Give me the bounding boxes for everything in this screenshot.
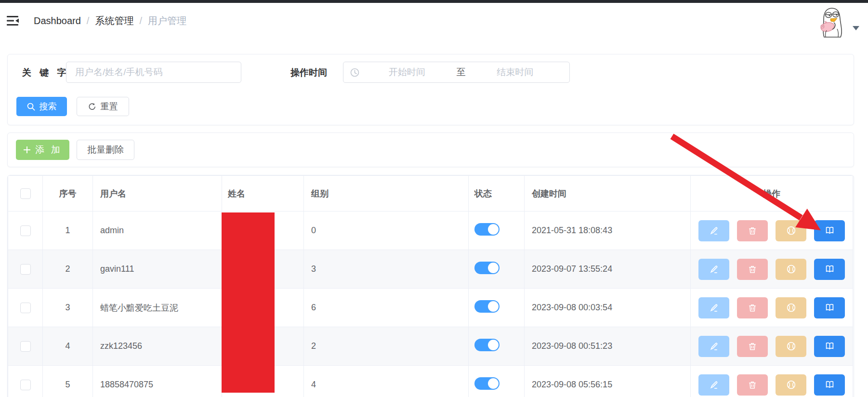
range-separator: 至 (455, 66, 468, 79)
trash-icon (748, 265, 757, 274)
row-checkbox[interactable] (20, 225, 31, 236)
trash-icon (748, 342, 757, 351)
open-book-icon (825, 226, 834, 235)
status-toggle[interactable] (474, 300, 500, 313)
batch-delete-button[interactable]: 批量删除 (77, 140, 134, 160)
ball-icon (787, 226, 796, 235)
cell-group: 2 (304, 327, 469, 366)
cell-created: 2023-09-07 13:55:24 (525, 250, 691, 289)
row-checkbox[interactable] (20, 264, 31, 275)
cell-group: 6 (304, 289, 469, 327)
edit-button[interactable] (698, 297, 729, 318)
table-row: 4 zzk123456 2 2023-09-08 00:51:23 (8, 327, 853, 366)
status-toggle[interactable] (474, 262, 500, 274)
delete-button[interactable] (737, 374, 768, 396)
edit-button[interactable] (698, 220, 729, 241)
cell-created: 2023-09-08 00:51:23 (525, 327, 691, 366)
table-toolbar: 添 加 批量删除 (7, 132, 854, 167)
detail-button[interactable] (814, 220, 845, 241)
table-header-row: 序号 用户名 姓名 组别 状态 创建时间 操作 (8, 176, 853, 212)
cell-username: gavin111 (93, 250, 222, 289)
keyword-label: 关 键 字 (22, 62, 69, 84)
open-book-icon (825, 303, 834, 312)
cell-index: 4 (43, 327, 93, 366)
status-toggle[interactable] (474, 377, 500, 390)
detail-button[interactable] (814, 336, 845, 357)
edit-button[interactable] (698, 259, 729, 280)
open-book-icon (825, 342, 834, 351)
open-book-icon (825, 380, 834, 389)
ball-button[interactable] (776, 374, 806, 396)
redaction-rectangle (222, 212, 275, 393)
detail-button[interactable] (814, 297, 845, 318)
row-checkbox[interactable] (20, 303, 31, 313)
start-time-placeholder[interactable]: 开始时间 (359, 66, 455, 79)
pencil-icon (710, 265, 718, 274)
table-row: 1 admin 0 2021-05-31 18:08:43 (8, 212, 853, 250)
row-checkbox[interactable] (20, 380, 31, 390)
status-toggle[interactable] (474, 339, 500, 351)
col-header-name: 姓名 (222, 176, 304, 212)
delete-button[interactable] (737, 297, 768, 318)
delete-button[interactable] (737, 259, 768, 280)
refresh-icon (88, 103, 96, 111)
col-header-index: 序号 (43, 176, 93, 212)
ball-button[interactable] (776, 220, 806, 241)
delete-button[interactable] (737, 336, 768, 357)
col-header-group: 组别 (304, 176, 469, 212)
ball-icon (787, 265, 796, 274)
date-range-picker[interactable]: 开始时间 至 结束时间 (343, 62, 570, 83)
row-checkbox[interactable] (20, 341, 31, 352)
cell-index: 3 (43, 289, 93, 327)
collapse-sidebar-icon[interactable] (7, 15, 19, 26)
breadcrumb-system-admin[interactable]: 系统管理 (95, 14, 133, 27)
cell-created: 2023-09-08 05:56:15 (525, 366, 691, 397)
keyword-input[interactable] (66, 62, 241, 83)
pencil-icon (710, 381, 718, 389)
edit-button[interactable] (698, 336, 729, 357)
search-icon (27, 103, 35, 111)
select-all-checkbox[interactable] (20, 188, 31, 199)
cell-group: 4 (304, 366, 469, 397)
breadcrumb-separator: / (139, 15, 142, 26)
ball-button[interactable] (776, 297, 806, 318)
detail-button[interactable] (814, 374, 845, 396)
table-row: 5 18858470875 4 2023-09-08 05:56:15 (8, 366, 853, 397)
ball-button[interactable] (776, 336, 806, 357)
breadcrumb-dashboard[interactable]: Dashboard (34, 15, 81, 26)
ball-button[interactable] (776, 259, 806, 280)
cell-username: admin (93, 212, 222, 250)
ball-icon (787, 380, 796, 389)
table-row: 2 gavin111 3 2023-09-07 13:55:24 (8, 250, 853, 289)
detail-button[interactable] (814, 259, 845, 280)
col-header-username: 用户名 (93, 176, 222, 212)
pencil-icon (710, 226, 718, 235)
cell-index: 5 (43, 366, 93, 397)
trash-icon (748, 304, 757, 312)
pencil-icon (710, 342, 718, 351)
user-table: 序号 用户名 姓名 组别 状态 创建时间 操作 1 admin 0 2021-0… (7, 175, 854, 397)
pencil-icon (710, 304, 718, 312)
clock-icon (350, 68, 359, 77)
reset-button[interactable]: 重置 (77, 97, 129, 116)
cell-group: 0 (304, 212, 469, 250)
cell-username: zzk123456 (93, 327, 222, 366)
avatar-dropdown-caret-icon[interactable] (853, 26, 859, 30)
cell-index: 2 (43, 250, 93, 289)
breadcrumb-separator: / (87, 15, 90, 26)
user-avatar[interactable] (818, 7, 846, 39)
add-button[interactable]: 添 加 (16, 140, 69, 160)
status-toggle[interactable] (474, 223, 500, 236)
search-button[interactable]: 搜索 (16, 97, 67, 116)
col-header-created: 创建时间 (525, 176, 691, 212)
end-time-placeholder[interactable]: 结束时间 (468, 66, 563, 79)
cell-created: 2023-09-08 00:03:54 (525, 289, 691, 327)
cell-index: 1 (43, 212, 93, 250)
cell-group: 3 (304, 250, 469, 289)
delete-button[interactable] (737, 220, 768, 241)
breadcrumb: Dashboard / 系统管理 / 用户管理 (34, 3, 186, 39)
col-header-actions: 操作 (691, 176, 853, 212)
breadcrumb-user-admin: 用户管理 (148, 14, 186, 27)
edit-button[interactable] (698, 374, 729, 396)
operation-time-label: 操作时间 (290, 62, 327, 84)
